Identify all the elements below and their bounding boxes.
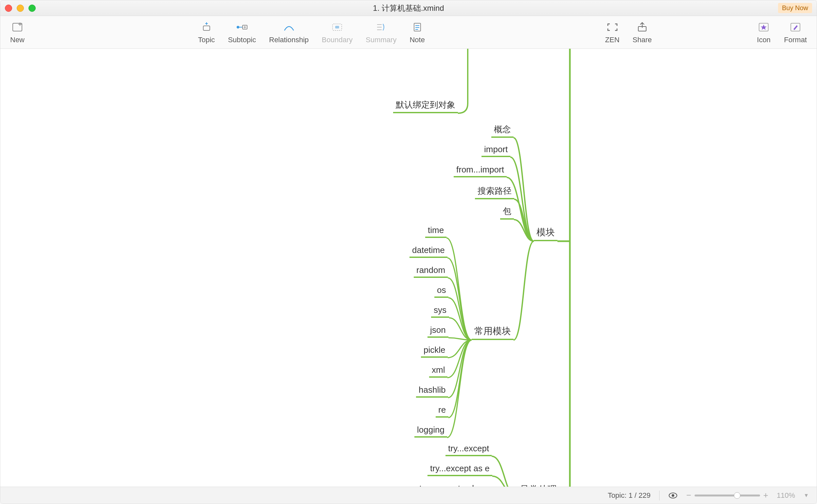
brush-icon xyxy=(788,21,803,34)
toolbar: New Topic Subtopic Relationship xyxy=(0,16,817,49)
topic-node[interactable]: random xyxy=(414,264,448,278)
toolbar-label: Share xyxy=(633,36,652,44)
close-button[interactable] xyxy=(5,5,12,12)
topic-node[interactable]: logging xyxy=(414,423,447,438)
toolbar-label: New xyxy=(10,36,25,44)
relationship-button[interactable]: Relationship xyxy=(269,21,309,44)
overview-icon[interactable] xyxy=(668,491,678,500)
topic-node[interactable]: 模块 xyxy=(534,225,557,241)
zen-icon xyxy=(605,21,620,34)
toolbar-group-left: New xyxy=(10,21,25,44)
toolbar-label: Summary xyxy=(366,36,396,44)
toolbar-label: Note xyxy=(409,36,425,44)
new-button[interactable]: New xyxy=(10,21,25,44)
window-title: 1. 计算机基础.xmind xyxy=(0,3,817,13)
topic-node[interactable]: 概念 xyxy=(491,122,514,138)
topic-icon xyxy=(199,21,214,34)
traffic-lights xyxy=(5,5,36,12)
subtopic-icon xyxy=(235,21,249,34)
share-icon xyxy=(635,21,649,34)
icon-button[interactable]: Icon xyxy=(756,21,771,44)
minimize-button[interactable] xyxy=(17,5,24,12)
maximize-button[interactable] xyxy=(28,5,36,12)
toolbar-label: Subtopic xyxy=(228,36,256,44)
topic-button[interactable]: Topic xyxy=(198,21,215,44)
zoom-minus[interactable]: − xyxy=(686,490,691,500)
summary-button: Summary xyxy=(366,21,396,44)
format-button[interactable]: Format xyxy=(784,21,807,44)
toolbar-label: Boundary xyxy=(322,36,353,44)
mindmap-connectors xyxy=(0,49,817,487)
topic-node[interactable]: xml xyxy=(429,364,447,378)
toolbar-label: Topic xyxy=(198,36,215,44)
boundary-button: Boundary xyxy=(322,21,353,44)
svg-rect-3 xyxy=(203,26,210,30)
buy-now-button[interactable]: Buy Now xyxy=(778,3,812,13)
topic-node[interactable]: 包 xyxy=(500,204,514,220)
toolbar-group-right2: Icon Format xyxy=(756,21,807,44)
toolbar-group-center: Topic Subtopic Relationship Boundary xyxy=(198,21,425,44)
toolbar-group-right1: ZEN Share xyxy=(605,21,652,44)
topic-counter: Topic: 1 / 229 xyxy=(608,491,651,500)
relationship-icon xyxy=(282,21,296,34)
topic-node[interactable]: try...except as e xyxy=(427,462,492,476)
topic-node[interactable]: hashlib xyxy=(416,384,448,398)
chevron-down-icon[interactable]: ▼ xyxy=(804,493,809,498)
toolbar-label: Format xyxy=(784,36,807,44)
topic-node[interactable]: pickle xyxy=(421,344,448,358)
toolbar-label: ZEN xyxy=(605,36,620,44)
subtopic-button[interactable]: Subtopic xyxy=(228,21,256,44)
topic-node[interactable]: datetime xyxy=(409,244,447,258)
app-window: 1. 计算机基础.xmind Buy Now New Topic xyxy=(0,0,817,504)
svg-rect-12 xyxy=(335,26,339,28)
divider xyxy=(659,491,660,500)
toolbar-label: Icon xyxy=(757,36,771,44)
toolbar-label: Relationship xyxy=(269,36,309,44)
zoom-slider[interactable]: − + xyxy=(686,490,768,500)
note-icon xyxy=(410,21,425,34)
topic-node[interactable]: re xyxy=(436,404,448,418)
topic-node[interactable]: 搜索路径 xyxy=(475,184,514,199)
slider-thumb[interactable] xyxy=(734,492,740,499)
svg-point-26 xyxy=(672,494,674,497)
zoom-percent[interactable]: 110% xyxy=(777,491,795,500)
topic-node[interactable]: import xyxy=(481,143,510,157)
mindmap-canvas[interactable]: 默认绑定到对象模块概念importfrom...import搜索路径包常用模块t… xyxy=(0,49,817,487)
zoom-plus[interactable]: + xyxy=(763,490,768,500)
zen-button[interactable]: ZEN xyxy=(605,21,620,44)
svg-point-6 xyxy=(237,26,239,28)
titlebar: 1. 计算机基础.xmind Buy Now xyxy=(0,0,817,16)
topic-node[interactable]: 常用模块 xyxy=(472,324,514,340)
note-button[interactable]: Note xyxy=(409,21,425,44)
topic-node[interactable]: time xyxy=(425,224,446,238)
topic-node[interactable]: os xyxy=(434,284,448,298)
topic-node[interactable]: sys xyxy=(431,304,449,318)
new-icon xyxy=(10,21,25,34)
summary-icon xyxy=(374,21,388,34)
topic-node[interactable]: try...except xyxy=(445,442,492,456)
slider-track[interactable] xyxy=(695,495,760,496)
topic-node[interactable]: 异常处理 xyxy=(517,482,559,487)
topic-node[interactable]: try...except...else... xyxy=(417,482,493,487)
topic-node[interactable]: 默认绑定到对象 xyxy=(393,98,458,113)
svg-marker-23 xyxy=(761,25,767,30)
star-icon xyxy=(756,21,771,34)
boundary-icon xyxy=(330,21,344,34)
share-button[interactable]: Share xyxy=(633,21,652,44)
topic-node[interactable]: from...import xyxy=(454,163,507,177)
topic-node[interactable]: json xyxy=(427,324,448,338)
statusbar: Topic: 1 / 229 − + 110% ▼ xyxy=(0,487,817,504)
